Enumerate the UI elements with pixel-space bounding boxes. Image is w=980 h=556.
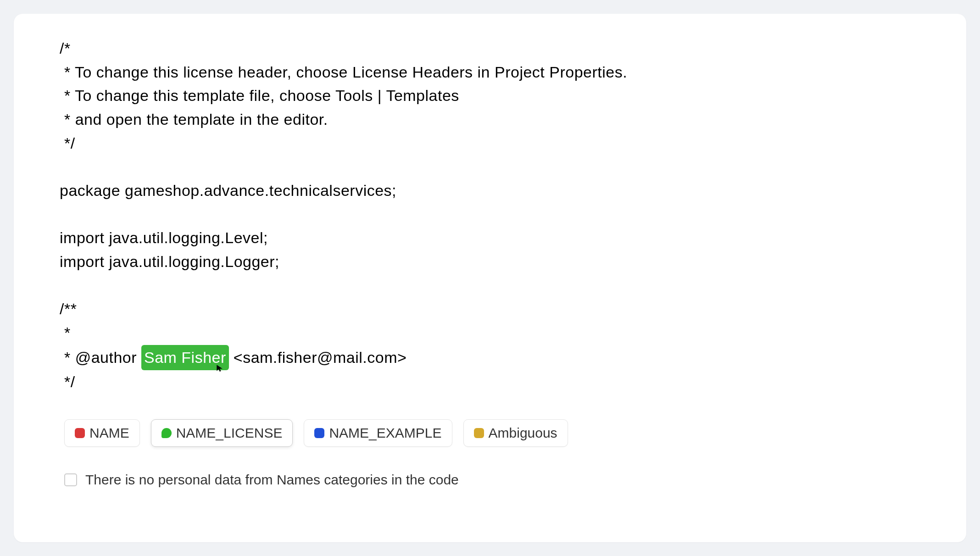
author-email: <sam.fisher@mail.com> bbox=[229, 349, 407, 366]
highlighted-name-license[interactable]: Sam Fisher bbox=[141, 345, 229, 371]
author-prefix: * @author bbox=[60, 349, 141, 366]
color-swatch-red bbox=[75, 428, 85, 438]
label-text: NAME bbox=[89, 425, 129, 441]
label-name-license[interactable]: NAME_LICENSE bbox=[151, 419, 293, 447]
code-line: import java.util.logging.Level; bbox=[60, 229, 268, 246]
code-block[interactable]: /* * To change this license header, choo… bbox=[60, 37, 920, 394]
color-swatch-blue bbox=[314, 428, 324, 438]
code-line: */ bbox=[60, 134, 75, 152]
label-name[interactable]: NAME bbox=[64, 419, 140, 447]
no-personal-data-checkbox[interactable] bbox=[64, 473, 77, 486]
code-line: * To change this template file, choose T… bbox=[60, 87, 459, 104]
checkbox-label: There is no personal data from Names cat… bbox=[85, 472, 459, 488]
code-line: */ bbox=[60, 373, 75, 390]
code-line: import java.util.logging.Logger; bbox=[60, 253, 279, 270]
cursor-icon bbox=[215, 363, 224, 373]
code-line: * bbox=[60, 324, 71, 341]
color-swatch-yellow bbox=[474, 428, 484, 438]
code-line: * and open the template in the editor. bbox=[60, 111, 328, 128]
code-line: /** bbox=[60, 300, 77, 317]
author-name-text: Sam Fisher bbox=[144, 349, 226, 366]
label-ambiguous[interactable]: Ambiguous bbox=[463, 419, 568, 447]
code-line: /* bbox=[60, 39, 71, 57]
no-personal-data-row: There is no personal data from Names cat… bbox=[60, 472, 920, 488]
code-line: * To change this license header, choose … bbox=[60, 63, 627, 81]
annotation-panel: /* * To change this license header, choo… bbox=[14, 14, 966, 542]
label-text: NAME_LICENSE bbox=[176, 425, 283, 441]
code-line: package gameshop.advance.technicalservic… bbox=[60, 182, 396, 199]
label-selector-row: NAME NAME_LICENSE NAME_EXAMPLE Ambiguous bbox=[60, 419, 920, 447]
label-text: NAME_EXAMPLE bbox=[329, 425, 441, 441]
color-swatch-green bbox=[161, 428, 172, 438]
label-name-example[interactable]: NAME_EXAMPLE bbox=[304, 419, 452, 447]
label-text: Ambiguous bbox=[489, 425, 557, 441]
